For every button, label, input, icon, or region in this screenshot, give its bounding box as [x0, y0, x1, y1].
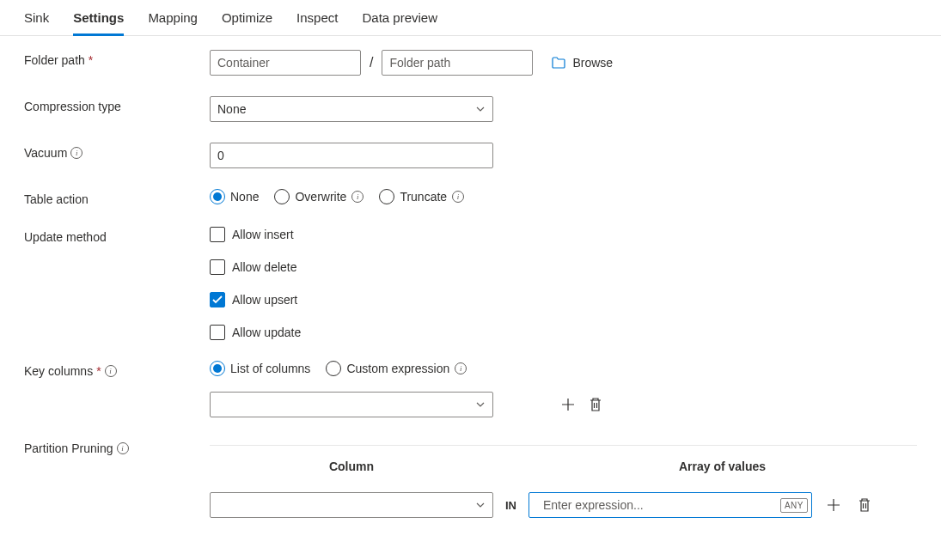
radio-circle [210, 189, 225, 204]
radio-circle [274, 189, 290, 204]
compression-select[interactable]: None [210, 96, 493, 122]
delete-button[interactable] [855, 496, 874, 514]
required-indicator: * [96, 364, 101, 378]
radio-custom-expression[interactable]: Custom expressioni [326, 361, 467, 376]
expression-input[interactable] [536, 493, 780, 517]
container-input[interactable] [210, 50, 361, 76]
tab-data-preview[interactable]: Data preview [362, 5, 437, 35]
table-action-row: Table action NoneOverwriteiTruncatei [24, 189, 917, 206]
required-indicator: * [89, 53, 93, 67]
trash-icon [589, 397, 602, 412]
path-separator: / [370, 55, 373, 70]
checkbox-allow-upsert[interactable]: Allow upsert [210, 292, 301, 307]
folder-path-row: Folder path * / Browse [24, 50, 917, 76]
checkbox-box [210, 325, 225, 340]
folder-path-label: Folder path * [24, 50, 210, 67]
column-header: Column [210, 460, 493, 473]
in-operator: IN [505, 499, 516, 512]
folder-icon [552, 57, 565, 69]
checkbox-allow-insert[interactable]: Allow insert [210, 227, 301, 242]
key-columns-select[interactable] [210, 392, 493, 417]
add-button[interactable] [824, 496, 843, 514]
info-icon[interactable]: i [70, 147, 82, 159]
key-columns-select-row [24, 392, 917, 417]
radio-circle [326, 361, 341, 376]
tab-mapping[interactable]: Mapping [148, 5, 198, 35]
table-action-label: Table action [24, 189, 210, 206]
radio-none[interactable]: None [210, 189, 259, 204]
pruning-column-select[interactable] [210, 492, 493, 518]
checkbox-allow-update[interactable]: Allow update [210, 325, 301, 340]
check-icon [212, 295, 223, 304]
values-header: Array of values [493, 460, 917, 473]
update-method-label: Update method [24, 227, 210, 244]
radio-overwrite[interactable]: Overwritei [274, 189, 364, 204]
vacuum-label: Vacuum i [24, 143, 210, 160]
chevron-down-icon [475, 500, 486, 510]
info-icon[interactable]: i [105, 365, 117, 377]
delete-button[interactable] [586, 395, 605, 414]
key-columns-row: Key columns * i List of columnsCustom ex… [24, 361, 917, 378]
folder-path-input[interactable] [382, 50, 533, 76]
radio-circle [379, 189, 394, 204]
partition-pruning-label: Partition Pruning i [24, 438, 210, 455]
vacuum-row: Vacuum i [24, 143, 917, 168]
browse-button[interactable]: Browse [552, 56, 613, 70]
checkbox-box [210, 259, 225, 275]
radio-circle [210, 361, 225, 376]
radio-truncate[interactable]: Truncatei [379, 189, 464, 204]
checkbox-box [210, 227, 225, 242]
tab-settings[interactable]: Settings [73, 5, 124, 36]
checkbox-allow-delete[interactable]: Allow delete [210, 259, 301, 275]
tabs-bar: SinkSettingsMappingOptimizeInspectData p… [0, 0, 941, 36]
update-method-row: Update method Allow insertAllow deleteAl… [24, 227, 917, 340]
info-icon[interactable]: i [455, 362, 467, 374]
partition-pruning-row: Partition Pruning i Column Array of valu… [24, 438, 917, 518]
info-icon[interactable]: i [117, 442, 129, 454]
vacuum-input[interactable] [210, 143, 493, 168]
chevron-down-icon [475, 399, 486, 410]
plus-icon [826, 497, 841, 513]
trash-icon [858, 497, 871, 513]
plus-icon [560, 397, 576, 412]
compression-row: Compression type None [24, 96, 917, 122]
key-columns-label: Key columns * i [24, 361, 210, 378]
tab-inspect[interactable]: Inspect [296, 5, 338, 35]
checkbox-box [210, 292, 225, 307]
compression-label: Compression type [24, 96, 210, 113]
radio-list-of-columns[interactable]: List of columns [210, 361, 310, 376]
tab-optimize[interactable]: Optimize [222, 5, 272, 35]
add-button[interactable] [559, 395, 577, 414]
expression-input-wrapper[interactable]: ANY [529, 492, 812, 518]
any-badge: ANY [780, 498, 808, 513]
info-icon[interactable]: i [452, 191, 464, 203]
tab-sink[interactable]: Sink [24, 5, 49, 35]
info-icon[interactable]: i [351, 191, 364, 203]
chevron-down-icon [475, 104, 486, 114]
